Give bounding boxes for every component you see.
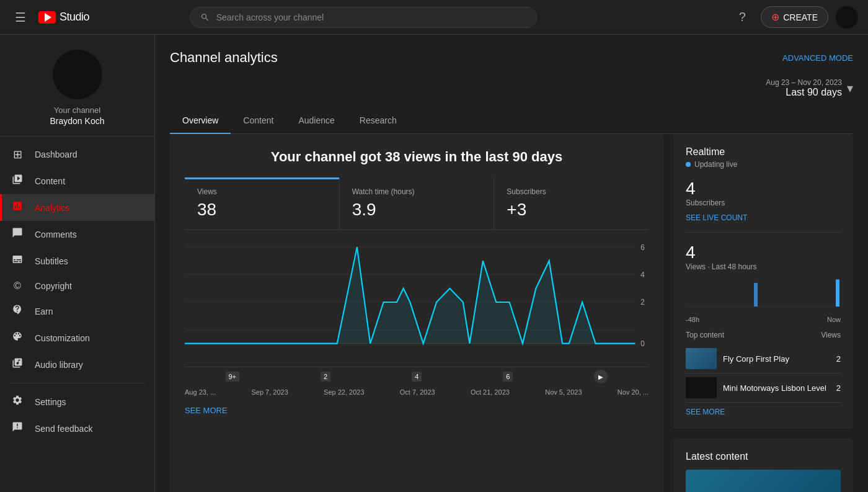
chart-nav-button[interactable]: ▶ bbox=[594, 370, 608, 383]
youtube-icon bbox=[38, 11, 56, 24]
date-range-info: Aug 23 – Nov 20, 2023 Last 90 days bbox=[766, 78, 842, 98]
realtime-divider bbox=[686, 232, 841, 233]
search-icon bbox=[200, 12, 210, 22]
x-label-2: Sep 22, 2023 bbox=[324, 388, 364, 396]
chart-badge-3[interactable]: 6 bbox=[503, 372, 513, 382]
subscribers-realtime-count: 4 bbox=[686, 179, 841, 199]
topnav-right: ? ⊕ CREATE bbox=[731, 6, 858, 29]
search-input[interactable] bbox=[216, 12, 527, 22]
latest-content-title: Latest content bbox=[686, 451, 841, 462]
chart-badge-0[interactable]: 9+ bbox=[226, 372, 240, 382]
sidebar-item-audio-library[interactable]: Audio library bbox=[0, 351, 154, 378]
svg-rect-11 bbox=[754, 283, 758, 306]
analytics-tabs: Overview Content Audience Research bbox=[170, 108, 853, 134]
realtime-sidebar: Realtime Updating live 4 Subscribers SEE… bbox=[673, 134, 853, 492]
top-content-views-1: 2 bbox=[836, 383, 841, 393]
sidebar-item-label: Content bbox=[35, 176, 65, 186]
main-content: Channel analytics ADVANCED MODE Aug 23 –… bbox=[155, 35, 868, 492]
metric-subscribers[interactable]: Subscribers +3 bbox=[494, 177, 649, 230]
sidebar-item-label: Dashboard bbox=[35, 150, 78, 159]
sidebar-item-customization[interactable]: Customization bbox=[0, 324, 154, 351]
search-container bbox=[190, 7, 537, 28]
create-button[interactable]: ⊕ CREATE bbox=[761, 6, 828, 28]
realtime-card: Realtime Updating live 4 Subscribers SEE… bbox=[673, 134, 853, 429]
analytics-icon bbox=[10, 200, 25, 215]
mini-chart-svg bbox=[686, 276, 841, 313]
sidebar-item-subtitles[interactable]: Subtitles bbox=[0, 248, 154, 274]
x-label-5: Nov 5, 2023 bbox=[545, 388, 582, 396]
date-range-dropdown-icon[interactable]: ▾ bbox=[847, 81, 853, 96]
tab-content[interactable]: Content bbox=[231, 108, 286, 134]
sidebar: Your channel Braydon Koch ⊞ Dashboard Co… bbox=[0, 35, 155, 492]
chart-badge-1[interactable]: 2 bbox=[321, 372, 330, 382]
top-content-title: Top content bbox=[686, 331, 724, 339]
views-realtime-count: 4 bbox=[686, 243, 841, 262]
x-label-0: Aug 23, ... bbox=[185, 388, 216, 396]
advanced-mode-button[interactable]: ADVANCED MODE bbox=[782, 53, 853, 63]
svg-text:4: 4 bbox=[640, 271, 645, 279]
x-label-6: Nov 20, ... bbox=[618, 388, 649, 396]
sidebar-item-copyright[interactable]: © Copyright bbox=[0, 274, 154, 298]
sidebar-item-earn[interactable]: Earn bbox=[0, 298, 154, 324]
analytics-see-more-button[interactable]: SEE MORE bbox=[185, 406, 228, 415]
realtime-title: Realtime bbox=[686, 146, 841, 158]
logo-link[interactable]: Studio bbox=[38, 11, 89, 24]
sidebar-item-label: Comments bbox=[35, 230, 77, 239]
tab-audience[interactable]: Audience bbox=[286, 108, 347, 134]
metric-views[interactable]: Views 38 bbox=[185, 177, 340, 230]
copyright-icon: © bbox=[10, 280, 25, 292]
metric-subscribers-value: +3 bbox=[507, 200, 636, 220]
chart-badge-2[interactable]: 4 bbox=[412, 372, 422, 382]
sidebar-item-label: Settings bbox=[35, 397, 66, 407]
sidebar-item-settings[interactable]: Settings bbox=[0, 388, 154, 415]
date-range-container: Aug 23 – Nov 20, 2023 Last 90 days ▾ bbox=[170, 78, 853, 98]
avatar[interactable] bbox=[836, 6, 858, 29]
svg-rect-12 bbox=[836, 279, 839, 306]
top-content-thumb-1 bbox=[686, 377, 717, 398]
see-live-count-button[interactable]: SEE LIVE COUNT bbox=[686, 213, 747, 222]
tab-research[interactable]: Research bbox=[347, 108, 409, 134]
page-title: Channel analytics bbox=[170, 50, 278, 66]
top-content-item-0[interactable]: Fly Corp First Play 2 bbox=[686, 344, 841, 373]
svg-marker-9 bbox=[185, 247, 636, 344]
settings-icon bbox=[10, 395, 25, 409]
top-content-name-1: Mini Motorways Lisbon Level bbox=[723, 383, 830, 393]
sidebar-item-label: Copyright bbox=[35, 281, 72, 291]
svg-text:6: 6 bbox=[640, 243, 645, 251]
sidebar-profile: Your channel Braydon Koch bbox=[0, 40, 154, 136]
create-icon: ⊕ bbox=[771, 11, 779, 23]
sidebar-item-dashboard[interactable]: ⊞ Dashboard bbox=[0, 141, 154, 168]
analytics-chart: 6 4 2 0 bbox=[185, 240, 649, 364]
top-content-item-1[interactable]: Mini Motorways Lisbon Level 2 bbox=[686, 373, 841, 403]
create-label: CREATE bbox=[783, 12, 818, 22]
mini-chart-label-right: Now bbox=[827, 316, 841, 323]
subtitles-icon bbox=[10, 254, 25, 268]
mini-chart-label-left: -48h bbox=[686, 316, 699, 323]
sidebar-item-comments[interactable]: Comments bbox=[0, 221, 154, 248]
svg-text:2: 2 bbox=[640, 298, 645, 306]
top-content-views-0: 2 bbox=[836, 354, 841, 364]
chart-svg: 6 4 2 0 bbox=[185, 240, 649, 364]
metric-watchtime[interactable]: Watch time (hours) 3.9 bbox=[340, 177, 495, 230]
date-range-period: Last 90 days bbox=[766, 87, 842, 98]
metrics-row: Views 38 Watch time (hours) 3.9 Subscrib… bbox=[185, 177, 649, 230]
svg-text:0: 0 bbox=[640, 339, 645, 348]
x-label-3: Oct 7, 2023 bbox=[400, 388, 435, 396]
analytics-main-panel: Your channel got 38 views in the last 90… bbox=[170, 134, 663, 492]
latest-content-thumbnail bbox=[686, 470, 841, 492]
metric-watchtime-value: 3.9 bbox=[352, 200, 482, 220]
sidebar-item-content[interactable]: Content bbox=[0, 168, 154, 194]
sidebar-divider bbox=[10, 383, 144, 383]
sidebar-item-send-feedback[interactable]: Send feedback bbox=[0, 415, 154, 442]
sidebar-avatar[interactable] bbox=[53, 50, 102, 99]
sidebar-item-label: Subtitles bbox=[35, 256, 68, 266]
tab-overview[interactable]: Overview bbox=[170, 108, 231, 134]
menu-icon[interactable]: ☰ bbox=[10, 7, 31, 27]
earn-icon bbox=[10, 304, 25, 318]
x-label-1: Sep 7, 2023 bbox=[251, 388, 288, 396]
top-content-see-more-button[interactable]: SEE MORE bbox=[686, 408, 841, 416]
page-header: Channel analytics ADVANCED MODE bbox=[170, 50, 853, 66]
metric-views-value: 38 bbox=[197, 200, 327, 220]
sidebar-item-analytics[interactable]: Analytics bbox=[0, 194, 154, 221]
help-button[interactable]: ? bbox=[731, 6, 753, 29]
